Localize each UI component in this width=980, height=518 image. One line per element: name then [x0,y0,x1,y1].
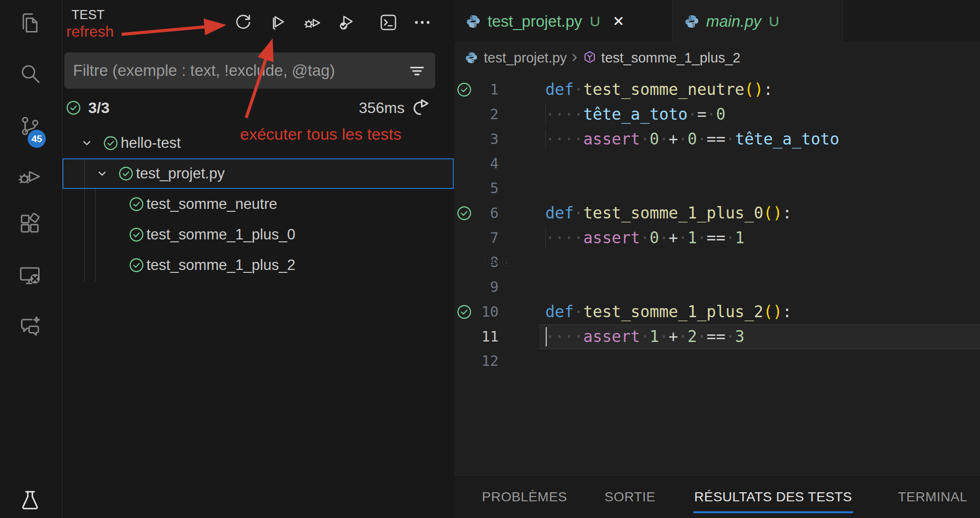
editor-tab-main.py[interactable]: main.pyU [673,0,843,42]
token-op: + [668,130,678,148]
token-num: 1 [735,228,744,247]
breadcrumb-file[interactable]: test_projet.py [484,50,567,66]
code-line-4[interactable]: 4 [454,151,980,176]
rerun-last-run-icon[interactable] [410,97,432,119]
test-tree-item-test_projet.py[interactable]: test_projet.py [63,158,454,189]
code-text: ····assert·0·+·1·==·1 [545,226,744,250]
activity-testing-icon[interactable] [17,487,43,513]
test-passed-icon [128,257,145,273]
filter-icon[interactable] [407,60,427,81]
git-untracked-badge: U [590,13,600,30]
line-number: 2 [464,102,499,127]
python-file-icon [465,51,478,64]
code-line-6[interactable]: 6def·test_somme_1_plus_0(): [454,201,980,226]
token-ws: · [688,105,697,124]
token-ws: · [678,327,688,346]
test-tree-item-hello-test[interactable]: hello-test [63,128,454,158]
activity-bar: 45 [0,0,63,518]
panel-tab-TERMINAL[interactable]: TERMINAL [898,476,968,518]
activity-extensions-icon[interactable] [17,211,43,238]
activity-search-icon[interactable] [17,60,43,87]
code-line-2[interactable]: 2····tête_a_toto·=·0 [454,102,980,127]
token-op: == [707,327,726,346]
tab-label: main.py [706,12,761,31]
code-line-7[interactable]: 7····assert·0·+·1·==·1 [454,226,980,250]
line-number: 11 [464,324,499,349]
pass-check-icon [65,100,82,116]
tab-separator [672,0,673,42]
token-ws: · [726,130,735,148]
token-ws: · [697,228,707,247]
symbol-method-icon [582,50,597,65]
breadcrumb-separator-icon: › [572,47,577,67]
chevron-down-icon[interactable] [80,136,94,150]
close-tab-icon[interactable]: ✕ [613,13,625,30]
tab-separator [843,0,843,42]
token-kw: def [545,302,574,321]
editor-tab-bar: test_projet.pyU✕main.pyU [454,0,980,43]
breadcrumb-symbol[interactable]: test_somme_1_plus_2 [601,50,740,66]
test-passed-icon [128,196,145,212]
code-text: ····assert·0·+·0·==·tête_a_toto [545,127,839,152]
panel-tab-SORTIE[interactable]: SORTIE [605,476,656,518]
line-number: 4 [464,151,499,176]
tab-label: test_projet.py [488,12,582,31]
test-tree-item-test_somme_neutre[interactable]: test_somme_neutre [63,189,454,219]
code-line-1[interactable]: 1def·test_somme_neutre(): [454,77,980,102]
line-number: 12 [464,349,499,373]
test-results-summary: 3/3 356ms [63,93,454,122]
code-line-9[interactable]: 9 [454,275,980,300]
code-line-8[interactable]: 8 [454,250,980,275]
activity-chat-icon[interactable] [17,313,43,340]
more-actions-icon[interactable] [411,11,433,33]
chevron-down-icon[interactable] [95,166,109,181]
token-op: = [697,105,707,124]
token-ws: · [640,327,650,346]
debug-all-tests-icon[interactable] [301,11,323,33]
code-line-5[interactable]: 5 [454,176,980,201]
test-tree-item-test_somme_1_plus_2[interactable]: test_somme_1_plus_2 [63,250,454,280]
test-filter-box [64,52,435,89]
editor-tab-test_projet.py[interactable]: test_projet.pyU✕ [454,0,672,42]
editor-group: test_projet.pyU✕main.pyU test_projet.py … [454,0,980,518]
token-ind: ···· [545,327,583,346]
refresh-tests-icon[interactable] [232,11,254,33]
panel-tab-RÉSULTATS DES TESTS[interactable]: RÉSULTATS DES TESTS [694,476,852,518]
panel-tab-PROBLÈMES[interactable]: PROBLÈMES [482,476,567,518]
code-line-3[interactable]: 3····assert·0·+·0·==·tête_a_toto [454,127,980,152]
show-output-terminal-icon[interactable] [377,11,399,33]
code-line-12[interactable]: 12 [454,349,980,373]
run-with-coverage-icon[interactable] [335,11,357,33]
run-all-tests-icon[interactable] [267,11,289,33]
code-line-11[interactable]: 11····assert·1·+·2·==·3 [454,324,980,349]
activity-run-debug-icon[interactable] [17,163,43,190]
test-tree-item-test_somme_1_plus_0[interactable]: test_somme_1_plus_0 [63,219,454,250]
token-num: 0 [650,228,659,247]
test-filter-input[interactable] [64,62,407,80]
code-line-10[interactable]: 10def·test_somme_1_plus_2(): [454,300,980,324]
token-pn: : [782,302,792,321]
line-number: 10 [464,300,499,324]
breadcrumb[interactable]: test_projet.py › test_somme_1_plus_2 [454,43,980,73]
test-explorer-sidebar: TEST refresh 3/3 356ms exécuter tous les… [63,0,455,518]
line-number: 9 [464,275,499,300]
token-ws: · [640,228,650,247]
code-area[interactable]: 1def·test_somme_neutre():2····tête_a_tot… [454,73,980,473]
activity-remote-explorer-icon[interactable] [17,262,43,289]
token-ws: · [574,204,584,222]
python-file-icon [684,14,699,29]
token-ws: · [726,327,735,346]
sidebar-title: TEST [72,8,104,22]
token-ws: · [678,130,688,148]
token-num: 0 [650,130,659,148]
token-ws: · [659,327,668,346]
test-duration: 356ms [359,99,405,117]
activity-explorer-icon[interactable] [17,10,43,36]
line-number: 3 [464,127,499,152]
token-fn: test_somme_1_plus_2 [583,302,763,321]
token-num: 0 [688,130,697,148]
token-num: 1 [650,327,659,346]
token-ws: · [697,130,707,148]
bottom-panel: PROBLÈMESSORTIERÉSULTATS DES TESTSTERMIN… [454,475,980,518]
token-ws: · [697,327,707,346]
